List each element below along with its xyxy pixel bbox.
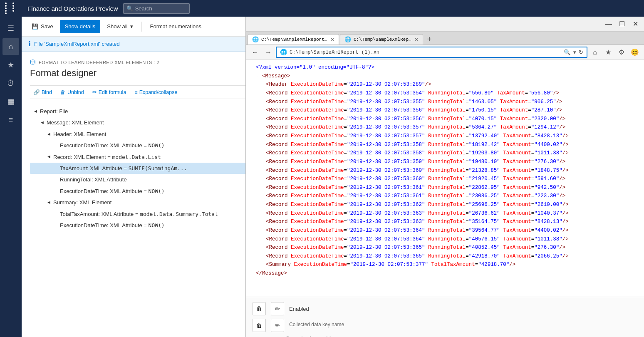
xml-content-area[interactable]: <?xml version="1.0" encoding="UTF-8"?> -… xyxy=(246,60,644,297)
browser-toolbar-icons: ⌂ ★ ⚙ 😊 xyxy=(589,47,641,58)
right-panel: — ☐ ✕ 🌐 C:\Temp\SampleXmlReport (1).xn ✕… xyxy=(245,17,644,337)
delete-icon: 🗑 xyxy=(256,305,262,312)
waffle-menu[interactable] xyxy=(5,2,19,14)
xml-record-14: <Record ExecutionDateTime="2019-12-30 02… xyxy=(253,201,637,209)
tab-item-2[interactable]: 🌐 C:\Temp\SampleXmlReport ... ✕ xyxy=(340,34,423,45)
xml-record-3: <Record ExecutionDateTime="2019-12-30 02… xyxy=(253,106,637,115)
xml-record-19: <Record ExecutionDateTime="2019-12-30 02… xyxy=(253,243,637,252)
emoji-button[interactable]: 😊 xyxy=(629,47,641,58)
tab-close-1[interactable]: ✕ xyxy=(330,37,334,42)
forward-button[interactable]: → xyxy=(263,47,274,58)
sidebar-home[interactable]: ⌂ xyxy=(2,38,19,55)
arrow-icon: ◄ xyxy=(47,153,53,161)
tab-label-2: C:\Temp\SampleXmlReport ... xyxy=(354,37,412,42)
refresh-button[interactable]: ↻ xyxy=(579,49,583,55)
nav-bar: ← → 🌐 C:\Temp\SampleXmlReport (1).xn 🔍 ▾… xyxy=(246,45,644,60)
restore-button[interactable]: ☐ xyxy=(617,19,627,30)
close-button[interactable]: ✕ xyxy=(630,19,641,30)
xml-record-2: <Record ExecutionDateTime="2019-12-30 02… xyxy=(253,98,637,107)
sidebar-workspaces[interactable]: ▦ xyxy=(2,93,19,110)
sidebar-recent[interactable]: ⏱ xyxy=(2,75,19,92)
sidebar-modules[interactable]: ≡ xyxy=(2,112,19,128)
bind-icon: 🔗 xyxy=(33,89,40,95)
xml-record-9: <Record ExecutionDateTime="2019-12-30 02… xyxy=(253,158,637,166)
xml-message-close: </Message> xyxy=(253,269,637,278)
edit-formula-button[interactable]: ✏ Edit formula xyxy=(89,87,130,97)
sidebar-star[interactable]: ★ xyxy=(2,57,19,73)
arrow-icon: ◄ xyxy=(33,107,40,116)
collected-key-field-row: 🗑 ✏ Collected data key name xyxy=(253,319,637,332)
app-title: Finance and Operations Preview xyxy=(27,5,118,12)
tab-item-1[interactable]: 🌐 C:\Temp\SampleXmlReport (1).xn ✕ xyxy=(248,34,339,45)
addr-text: C:\Temp\SampleXmlReport (1).xn xyxy=(290,50,561,55)
addr-globe-icon: 🌐 xyxy=(280,49,287,56)
arrow-icon: ◄ xyxy=(40,119,47,127)
enabled-delete-button[interactable]: 🗑 xyxy=(253,302,266,315)
collected-key-label: Collected data key name xyxy=(289,322,344,327)
chevron-down-icon: ▾ xyxy=(130,23,133,30)
tab-globe-icon: 🌐 xyxy=(252,36,259,43)
xml-declaration: <?xml version="1.0" encoding="UTF-8"?> xyxy=(253,63,637,72)
new-tab-button[interactable]: + xyxy=(424,34,435,45)
info-icon: ℹ xyxy=(28,40,31,48)
expand-collapse-button[interactable]: ≡ Expand/collapse xyxy=(131,88,181,97)
show-all-button[interactable]: Show all ▾ xyxy=(102,20,138,33)
left-sidebar: ☰ ⌂ ★ ⏱ ▦ ≡ xyxy=(0,17,22,337)
unbind-button[interactable]: 🗑 Unbind xyxy=(57,88,87,97)
info-message: File 'SampleXmlReport.xml' created xyxy=(34,41,120,47)
delete-icon-2: 🗑 xyxy=(256,322,262,329)
bind-button[interactable]: 🔗 Bind xyxy=(30,87,55,97)
pencil-icon: ✏ xyxy=(275,305,280,312)
save-icon: 💾 xyxy=(32,23,38,30)
sidebar-hamburger[interactable]: ☰ xyxy=(2,20,19,37)
format-label: FORMAT TO LEARN DEFERRED XML ELEMENTS : … xyxy=(39,60,159,65)
format-enumerations-button[interactable]: Format enumerations xyxy=(145,20,207,33)
favorites-button[interactable]: ★ xyxy=(602,47,614,58)
xml-summary: <Summary ExecutionDateTime="2019-12-30 0… xyxy=(253,260,637,269)
xml-record-5: <Record ExecutionDateTime="2019-12-30 02… xyxy=(253,123,637,132)
save-button[interactable]: 💾 Save xyxy=(27,20,58,33)
xml-message-open: - <Message> xyxy=(253,72,637,81)
tab-close-2[interactable]: ✕ xyxy=(414,37,419,42)
xml-record-6: <Record ExecutionDateTime="2019-12-30 02… xyxy=(253,132,637,141)
enabled-label: Enabled xyxy=(289,306,309,312)
minimize-button[interactable]: — xyxy=(603,19,614,30)
collected-key-section: 🗑 ✏ Collected data key name SummingAmoun… xyxy=(253,319,637,337)
xml-header: <Header ExecutionDateTime="2019-12-30 02… xyxy=(253,80,637,89)
tab-bar: 🌐 C:\Temp\SampleXmlReport (1).xn ✕ 🌐 C:\… xyxy=(246,32,644,45)
bottom-panel: 🗑 ✏ Enabled 🗑 ✏ Collected data key name xyxy=(246,297,644,337)
collected-key-value: SummingAmountKey xyxy=(286,335,337,337)
pencil-icon-2: ✏ xyxy=(275,322,280,329)
xml-record-17: <Record ExecutionDateTime="2019-12-30 02… xyxy=(253,226,637,235)
collected-delete-button[interactable]: 🗑 xyxy=(253,319,266,332)
search-wrapper: 🔍 xyxy=(123,3,190,14)
edit-icon: ✏ xyxy=(92,89,97,95)
xml-record-13: <Record ExecutionDateTime="2019-12-30 02… xyxy=(253,192,637,201)
arrow-icon: ◄ xyxy=(47,198,53,207)
settings-browser-button[interactable]: ⚙ xyxy=(616,47,627,58)
xml-record-10: <Record ExecutionDateTime="2019-12-30 02… xyxy=(253,166,637,175)
xml-record-15: <Record ExecutionDateTime="2019-12-30 02… xyxy=(253,209,637,218)
xml-record-11: <Record ExecutionDateTime="2019-12-30 02… xyxy=(253,175,637,183)
filter-icon[interactable]: ⛁ xyxy=(30,58,35,66)
address-bar[interactable]: 🌐 C:\Temp\SampleXmlReport (1).xn 🔍 ▾ ↻ xyxy=(276,47,587,58)
back-button[interactable]: ← xyxy=(249,47,261,58)
addr-dropdown-button[interactable]: ▾ xyxy=(573,49,576,55)
xml-record-4: <Record ExecutionDateTime="2019-12-30 02… xyxy=(253,115,637,124)
home-browser-button[interactable]: ⌂ xyxy=(589,47,601,58)
xml-record-12: <Record ExecutionDateTime="2019-12-30 02… xyxy=(253,183,637,192)
tab-label-1: C:\Temp\SampleXmlReport (1).xn xyxy=(261,37,328,42)
arrow-icon: ◄ xyxy=(47,130,53,139)
addr-search-button[interactable]: 🔍 xyxy=(564,49,571,55)
search-icon: 🔍 xyxy=(126,5,133,12)
enabled-edit-button[interactable]: ✏ xyxy=(271,302,284,315)
xml-record-7: <Record ExecutionDateTime="2019-12-30 02… xyxy=(253,141,637,149)
tab-globe-icon-2: 🌐 xyxy=(344,36,351,43)
app-container: ☰ ⌂ ★ ⏱ ▦ ≡ 💾 Save Show details Show all… xyxy=(0,17,644,337)
show-details-button[interactable]: Show details xyxy=(60,20,101,33)
title-bar: Finance and Operations Preview 🔍 xyxy=(0,0,644,17)
xml-record-8: <Record ExecutionDateTime="2019-12-30 02… xyxy=(253,149,637,158)
browser-title-bar: — ☐ ✕ xyxy=(246,17,644,32)
xml-record-1: <Record ExecutionDateTime="2019-12-30 02… xyxy=(253,89,637,98)
collected-edit-button[interactable]: ✏ xyxy=(271,319,284,332)
